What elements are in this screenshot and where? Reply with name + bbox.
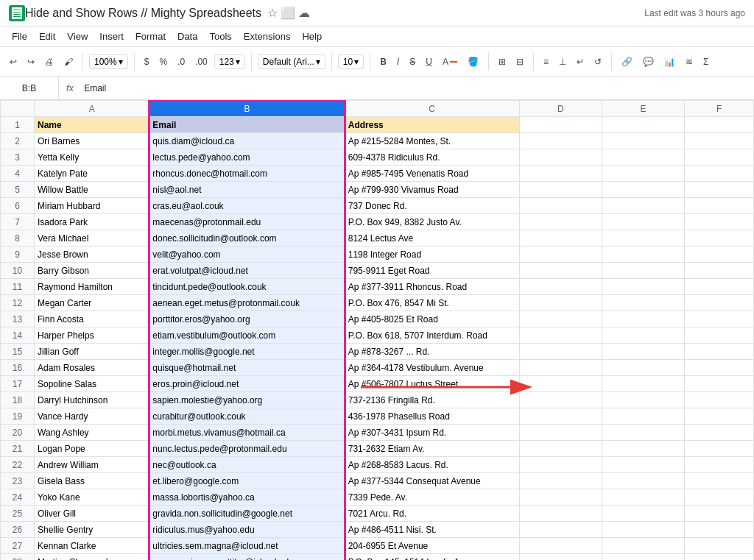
paint-format-button[interactable]: 🖌	[60, 54, 77, 69]
cell-b4[interactable]: rhoncus.donec@hotmail.com	[149, 166, 345, 182]
decimal00-button[interactable]: .00	[191, 54, 211, 69]
cell-e25[interactable]	[602, 506, 684, 522]
cell-b14[interactable]: etiam.vestibulum@outlook.com	[149, 327, 345, 344]
row-header-20[interactable]: 20	[1, 425, 35, 441]
cell-d27[interactable]	[519, 538, 602, 554]
cell-c23[interactable]: Ap #377-5344 Consequat Avenue	[345, 473, 519, 489]
cell-a25[interactable]: Oliver Gill	[35, 506, 149, 522]
merge-button[interactable]: ⊟	[512, 54, 527, 69]
row-header-19[interactable]: 19	[1, 408, 35, 425]
row-header-9[interactable]: 9	[1, 247, 35, 263]
row-header-24[interactable]: 24	[1, 489, 35, 506]
cell-d16[interactable]	[519, 360, 602, 376]
row-header-21[interactable]: 21	[1, 441, 35, 457]
cell-c12[interactable]: P.O. Box 476, 8547 Mi St.	[345, 295, 519, 311]
cell-c21[interactable]: 731-2632 Etiam Av.	[345, 441, 519, 457]
cell-c8[interactable]: 8124 Lectus Ave	[345, 230, 519, 247]
cell-f7[interactable]	[685, 214, 754, 230]
row-header-26[interactable]: 26	[1, 522, 35, 538]
function-button[interactable]: Σ	[700, 54, 712, 69]
cell-b3[interactable]: lectus.pede@yahoo.com	[149, 149, 345, 166]
cell-f24[interactable]	[685, 489, 754, 506]
cell-f4[interactable]	[685, 166, 754, 182]
cell-e4[interactable]	[602, 166, 684, 182]
cell-c6[interactable]: 737 Donec Rd.	[345, 198, 519, 214]
cell-d9[interactable]	[519, 247, 602, 263]
cell-e22[interactable]	[602, 457, 684, 473]
cell-d4[interactable]	[519, 166, 602, 182]
cell-c17[interactable]: Ap #506-7807 Luctus Street	[345, 376, 519, 392]
cell-d17[interactable]	[519, 376, 602, 392]
row-header-27[interactable]: 27	[1, 538, 35, 554]
rotate-button[interactable]: ↺	[591, 54, 605, 69]
cell-c15[interactable]: Ap #878-3267 ... Rd.	[345, 344, 519, 360]
cell-d19[interactable]	[519, 408, 602, 425]
cell-f12[interactable]	[685, 295, 754, 311]
cell-e15[interactable]	[602, 344, 684, 360]
cell-f28[interactable]	[685, 554, 754, 561]
cell-d2[interactable]	[519, 133, 602, 149]
document-title[interactable]: Hide and Show Rows // Mighty Spreadsheet…	[25, 7, 261, 20]
cell-c16[interactable]: Ap #364-4178 Vestibulum. Avenue	[345, 360, 519, 376]
row-header-23[interactable]: 23	[1, 473, 35, 489]
cell-d23[interactable]	[519, 473, 602, 489]
cell-a2[interactable]: Ori Barnes	[35, 133, 149, 149]
cell-e1[interactable]	[602, 117, 684, 133]
redo-button[interactable]: ↪	[24, 54, 38, 69]
cell-d21[interactable]	[519, 441, 602, 457]
cell-f13[interactable]	[685, 311, 754, 327]
cell-f18[interactable]	[685, 392, 754, 408]
cell-f25[interactable]	[685, 506, 754, 522]
cell-b11[interactable]: tincidunt.pede@outlook.couk	[149, 279, 345, 295]
cell-f8[interactable]	[685, 230, 754, 247]
cell-c3[interactable]: 609-4378 Ridiculus Rd.	[345, 149, 519, 166]
cell-f16[interactable]	[685, 360, 754, 376]
cell-e3[interactable]	[602, 149, 684, 166]
fill-color-button[interactable]: 🪣	[464, 54, 482, 69]
filter-button[interactable]: ≋	[682, 54, 697, 69]
row-header-18[interactable]: 18	[1, 392, 35, 408]
cell-b13[interactable]: porttitor.eros@yahoo.org	[149, 311, 345, 327]
cell-d3[interactable]	[519, 149, 602, 166]
cell-e12[interactable]	[602, 295, 684, 311]
cell-d6[interactable]	[519, 198, 602, 214]
cell-a10[interactable]: Barry Gibson	[35, 263, 149, 279]
cell-c27[interactable]: 204-6955 Et Avenue	[345, 538, 519, 554]
row-header-13[interactable]: 13	[1, 311, 35, 327]
font-dropdown[interactable]: Default (Ari... ▾	[258, 54, 325, 69]
cell-c26[interactable]: Ap #486-4511 Nisi. St.	[345, 522, 519, 538]
cell-f22[interactable]	[685, 457, 754, 473]
cell-c9[interactable]: 1198 Integer Road	[345, 247, 519, 263]
cell-b20[interactable]: morbi.metus.vivamus@hotmail.ca	[149, 425, 345, 441]
cell-a19[interactable]: Vance Hardy	[35, 408, 149, 425]
col-header-f[interactable]: F	[685, 101, 754, 117]
cell-a1[interactable]: Name	[35, 117, 149, 133]
cell-a21[interactable]: Logan Pope	[35, 441, 149, 457]
cell-a8[interactable]: Vera Michael	[35, 230, 149, 247]
cell-d26[interactable]	[519, 522, 602, 538]
sheet-scroll[interactable]: A B C D E F 1NameEmailAddress2Ori Barnes…	[0, 100, 754, 560]
cell-c11[interactable]: Ap #377-3911 Rhoncus. Road	[345, 279, 519, 295]
cell-a20[interactable]: Wang Ashley	[35, 425, 149, 441]
row-header-12[interactable]: 12	[1, 295, 35, 311]
cell-f1[interactable]	[685, 117, 754, 133]
cell-a18[interactable]: Darryl Hutchinson	[35, 392, 149, 408]
cell-b9[interactable]: velit@yahoo.com	[149, 247, 345, 263]
cell-d20[interactable]	[519, 425, 602, 441]
cell-d14[interactable]	[519, 327, 602, 344]
cell-b25[interactable]: gravida.non.sollicitudin@google.net	[149, 506, 345, 522]
menu-item-file[interactable]: File	[6, 29, 33, 43]
cell-a22[interactable]: Andrew William	[35, 457, 149, 473]
cell-d11[interactable]	[519, 279, 602, 295]
row-header-7[interactable]: 7	[1, 214, 35, 230]
percent-button[interactable]: %	[155, 54, 171, 69]
row-header-25[interactable]: 25	[1, 506, 35, 522]
cell-b1[interactable]: Email	[149, 117, 345, 133]
currency-button[interactable]: $	[141, 54, 153, 69]
menu-item-insert[interactable]: Insert	[94, 29, 130, 43]
col-header-e[interactable]: E	[602, 101, 684, 117]
cell-f17[interactable]	[685, 376, 754, 392]
formula-input[interactable]: Email	[81, 83, 754, 93]
cell-a6[interactable]: Miriam Hubbard	[35, 198, 149, 214]
menu-item-edit[interactable]: Edit	[33, 29, 61, 43]
